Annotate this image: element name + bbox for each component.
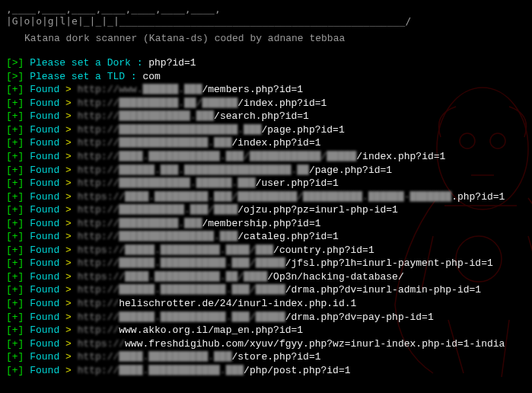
result-marker: [+] [6, 151, 30, 162]
result-line: [+] Found > https://████.█████████.███/█… [6, 190, 526, 204]
url-clear: /drma.php?dv=pay-php-id=1 [285, 312, 434, 323]
chevron-icon: > [65, 231, 78, 242]
url-blurred: http://██████████.███ [78, 218, 202, 229]
chevron-icon: > [65, 312, 78, 323]
result-marker: [+] [6, 284, 30, 296]
url-blurred: http://██████.███████████.███/█████ [78, 312, 285, 323]
found-label: Found [30, 257, 65, 269]
url-clear: /page.php?id=1 [261, 124, 344, 136]
url-clear: /jfsl.php?lh=inurl-payment-php-id=1 [285, 257, 493, 269]
result-marker: [+] [6, 97, 30, 109]
url-blurred: https://████.███████████.██/████ [78, 271, 268, 283]
result-line: [+] Found > https://████.███████████.██/… [6, 270, 526, 284]
url-clear: helischrotter.de/24/inurl-index.php.id.1 [119, 298, 356, 309]
found-label: Found [30, 165, 65, 176]
result-line: [+] Found > http://████.████████████.███… [6, 364, 526, 378]
result-line: [+] Found > http://███████████.███/████/… [6, 203, 526, 217]
url-blurred: http://████████████████.███ [78, 231, 238, 242]
chevron-icon: > [65, 191, 78, 203]
result-marker: [+] [6, 204, 30, 216]
chevron-icon: > [65, 271, 78, 283]
url-clear: /search.php?id=1 [214, 110, 309, 122]
result-line: [+] Found > http://████████████████████.… [6, 123, 526, 137]
prompt-section: [>] Please set a Dork : php?id=1[>] Plea… [6, 56, 526, 83]
found-label: Found [30, 191, 65, 203]
url-clear: /membership.php?id=1 [202, 218, 320, 229]
result-line: [+] Found > http://helischrotter.de/24/i… [6, 297, 526, 311]
chevron-icon: > [65, 151, 78, 162]
result-line: [+] Found > https://█████.██████████.███… [6, 244, 526, 257]
result-marker: [+] [6, 351, 30, 363]
result-line: [+] Found > http://██████.███████████.██… [6, 257, 526, 270]
result-line: [+] Found > http://████████████.██████.█… [6, 177, 526, 190]
found-label: Found [30, 177, 65, 189]
prompt-label: Please set a TLD : [30, 71, 142, 82]
result-marker: [+] [6, 165, 30, 176]
result-line: [+] Found > http://██████████.██/██████/… [6, 97, 526, 110]
result-marker: [+] [6, 124, 30, 136]
url-clear: /page.php?id=1 [309, 165, 392, 176]
url-clear: /country.php?id=1 [273, 244, 374, 256]
prompt-value: com [142, 71, 160, 82]
result-marker: [+] [6, 218, 30, 229]
chevron-icon: > [65, 137, 78, 149]
chevron-icon: > [65, 338, 78, 350]
result-marker: [+] [6, 110, 30, 122]
url-blurred: http://██████.███████████.███/█████ [78, 284, 285, 296]
found-label: Found [30, 312, 65, 323]
url-clear: /user.php?id=1 [256, 177, 339, 189]
found-label: Found [30, 97, 65, 109]
url-blurred: http:// [78, 324, 119, 336]
url-clear: /cataleg.php?id=1 [237, 231, 339, 242]
url-clear: /index.php?id=1 [231, 137, 320, 149]
result-marker: [+] [6, 231, 30, 242]
chevron-icon: > [65, 298, 78, 309]
found-label: Found [30, 271, 65, 283]
found-label: Found [30, 84, 65, 95]
result-marker: [+] [6, 298, 30, 309]
prompt-label: Please set a Dork : [30, 57, 148, 69]
chevron-icon: > [65, 324, 78, 336]
result-line: [+] Found > http://www.akko.org.il/map_e… [6, 324, 526, 337]
url-blurred: https:// [78, 338, 125, 350]
result-line: [+] Found > http://███████████████.███/i… [6, 136, 526, 150]
prompt-marker: [>] [6, 57, 30, 69]
result-line: [+] Found > http://██████████.███/member… [6, 217, 526, 231]
result-line: [+] Found > http://██████.███████████.██… [6, 283, 526, 297]
found-label: Found [30, 244, 65, 256]
result-marker: [+] [6, 84, 30, 95]
url-blurred: http:// [78, 298, 119, 309]
result-marker: [+] [6, 324, 30, 336]
url-blurred: https://████.█████████.███/██████████/██… [78, 191, 451, 203]
chevron-icon: > [65, 110, 78, 122]
chevron-icon: > [65, 84, 78, 95]
found-label: Found [30, 324, 65, 336]
found-label: Found [30, 365, 65, 376]
url-blurred: http://████████████████████.███ [78, 124, 262, 136]
result-line: [+] Found > http://██████.███████████.██… [6, 311, 526, 324]
url-clear: .php?id=1 [451, 191, 505, 203]
found-label: Found [30, 151, 65, 162]
url-blurred: http://██████.███████████.███/█████ [78, 257, 285, 269]
chevron-icon: > [65, 218, 78, 229]
url-clear: /ojzu.php?pz=inurl-php-id=1 [237, 204, 398, 216]
result-line: [+] Found > http://████.██████████.███/s… [6, 350, 526, 364]
url-clear: /drma.php?dv=inurl-admin-php-id=1 [285, 284, 481, 296]
result-line: [+] Found > https://www.freshdigihub.com… [6, 337, 526, 351]
found-label: Found [30, 218, 65, 229]
result-line: [+] Found > http://www.██████.███/member… [6, 83, 526, 97]
url-blurred: http://www.██████.███ [78, 84, 202, 95]
result-marker: [+] [6, 257, 30, 269]
result-line: [+] Found > http://████████████.███/sear… [6, 110, 526, 123]
result-marker: [+] [6, 244, 30, 256]
result-marker: [+] [6, 137, 30, 149]
found-label: Found [30, 284, 65, 296]
url-blurred: https://█████.██████████.████/███ [78, 244, 273, 256]
found-label: Found [30, 137, 65, 149]
url-clear: /members.php?id=1 [202, 84, 303, 95]
result-marker: [+] [6, 177, 30, 189]
chevron-icon: > [65, 124, 78, 136]
prompt-line: [>] Please set a Dork : php?id=1 [6, 56, 526, 70]
chevron-icon: > [65, 244, 78, 256]
url-clear: /index.php?id=1 [237, 97, 327, 109]
